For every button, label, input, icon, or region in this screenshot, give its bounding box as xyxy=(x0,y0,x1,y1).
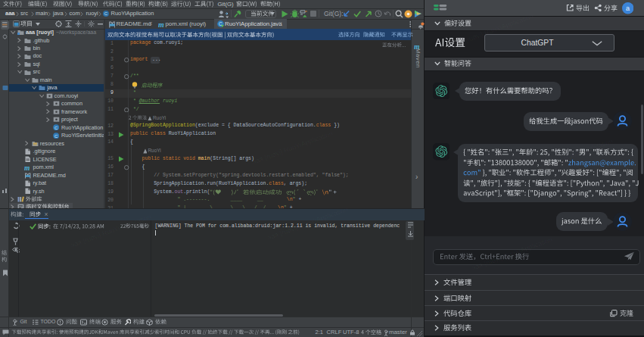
svg-text:C: C xyxy=(54,126,58,130)
svg-text:C: C xyxy=(104,11,108,16)
svg-text:a: a xyxy=(626,5,630,12)
svg-text:m: m xyxy=(24,164,30,171)
svg-text:m: m xyxy=(158,21,164,28)
svg-text:C: C xyxy=(54,133,58,138)
